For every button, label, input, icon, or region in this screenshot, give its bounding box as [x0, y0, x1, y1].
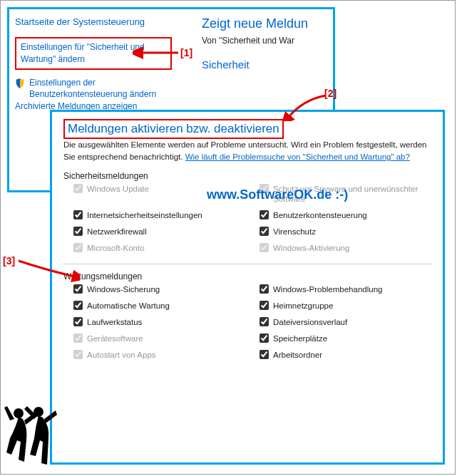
maintenance-label: Autostart von Apps [87, 350, 156, 361]
maintenance-checkbox[interactable] [260, 284, 269, 294]
uac-settings-link[interactable]: Einstellungen der Benutzerkontensteuerun… [29, 77, 172, 101]
maintenance-label: Dateiversionsverlauf [273, 317, 347, 328]
security-label: Windows Update [87, 184, 149, 195]
help-link[interactable]: Wie läuft die Problemsuche von "Sicherhe… [185, 152, 410, 161]
highlight-box-2: Meldungen aktivieren bzw. deaktivieren [63, 119, 284, 139]
maintenance-checkbox[interactable] [260, 350, 269, 359]
security-checkbox[interactable] [260, 227, 269, 236]
security-label: Netzwerkfirewall [87, 227, 147, 237]
maintenance-checkbox [73, 333, 83, 343]
maintenance-label: Windows-Problembehandlung [273, 284, 382, 295]
divider [63, 264, 431, 264]
watermark: www.SoftwareOK.de :-) [207, 187, 348, 202]
arrow-3 [16, 255, 80, 284]
maintenance-checkbox[interactable] [260, 333, 269, 343]
maintenance-item[interactable]: Speicherplätze [260, 333, 431, 344]
security-item[interactable]: Benutzerkontensteuerung [260, 210, 431, 221]
back-section-security: Sicherheit [202, 58, 330, 71]
maintenance-item: Gerätesoftware [73, 333, 245, 344]
security-label: Virenschutz [273, 227, 316, 237]
maintenance-label: Automatische Wartung [87, 301, 170, 311]
maintenance-item[interactable]: Automatische Wartung [73, 301, 245, 311]
maintenance-item[interactable]: Heimnetzgruppe [260, 301, 431, 311]
security-item: Microsoft-Konto [73, 243, 245, 254]
maintenance-label: Heimnetzgruppe [273, 301, 333, 311]
back-main: Zeigt neue Meldun Von "Sicherheit und Wa… [202, 16, 330, 71]
maintenance-item[interactable]: Laufwerkstatus [73, 317, 245, 328]
maintenance-label: Speicherplätze [273, 333, 327, 344]
front-window: Meldungen aktivieren bzw. deaktivieren D… [50, 110, 445, 465]
maintenance-checkbox[interactable] [73, 317, 83, 326]
maintenance-label: Windows-Sicherung [87, 284, 160, 295]
dancers-icon [3, 399, 58, 470]
security-item[interactable]: Netzwerkfirewall [73, 227, 245, 237]
back-subtitle: Von "Sicherheit und War [202, 36, 330, 46]
maintenance-label: Arbeitsordner [273, 350, 322, 361]
maintenance-item[interactable]: Windows-Problembehandlung [260, 284, 431, 295]
arrow-1 [133, 43, 183, 63]
back-sidebar: Startseite der Systemsteuerung Einstellu… [15, 16, 172, 120]
shield-icon [15, 78, 25, 88]
callout-3: [3] [3, 255, 15, 267]
security-checkbox [73, 184, 83, 193]
security-label: Internetsicherheitseinstellungen [87, 210, 202, 221]
maintenance-item[interactable]: Windows-Sicherung [73, 284, 245, 295]
security-item: Windows-Aktivierung [260, 243, 431, 254]
security-label: Windows-Aktivierung [273, 243, 349, 254]
front-title: Meldungen aktivieren bzw. deaktivieren [68, 122, 279, 135]
security-label: Benutzerkontensteuerung [273, 210, 367, 221]
maintenance-label: Laufwerkstatus [87, 317, 142, 328]
callout-2: [2] [324, 88, 337, 99]
security-checkbox [73, 243, 83, 252]
section-maintenance-title: Wartungsmeldungen [63, 271, 431, 281]
control-panel-home-link[interactable]: Startseite der Systemsteuerung [15, 16, 172, 27]
maintenance-checkbox [73, 350, 83, 359]
maintenance-checkbox[interactable] [73, 301, 83, 310]
front-description: Die ausgewählten Elemente werden auf Pro… [63, 139, 431, 164]
maintenance-label: Gerätesoftware [87, 333, 143, 344]
back-title: Zeigt neue Meldun [202, 16, 330, 31]
security-checkbox[interactable] [73, 227, 83, 236]
section-security-title: Sicherheitsmeldungen [63, 171, 431, 181]
security-checkbox [260, 243, 269, 252]
security-checkbox[interactable] [260, 210, 269, 219]
security-label: Microsoft-Konto [87, 243, 145, 254]
security-item[interactable]: Virenschutz [260, 227, 431, 237]
maintenance-checkbox[interactable] [260, 317, 269, 326]
maintenance-checkbox[interactable] [260, 301, 269, 310]
svg-point-0 [14, 408, 24, 418]
callout-1: [1] [180, 47, 192, 58]
maintenance-checkbox[interactable] [73, 284, 83, 294]
security-checkbox[interactable] [73, 210, 83, 219]
maintenance-item[interactable]: Dateiversionsverlauf [260, 317, 431, 328]
maintenance-item[interactable]: Arbeitsordner [260, 350, 431, 361]
security-item[interactable]: Internetsicherheitseinstellungen [73, 210, 245, 221]
maintenance-grid: Windows-SicherungWindows-Problembehandlu… [73, 284, 431, 361]
maintenance-item: Autostart von Apps [73, 350, 245, 361]
